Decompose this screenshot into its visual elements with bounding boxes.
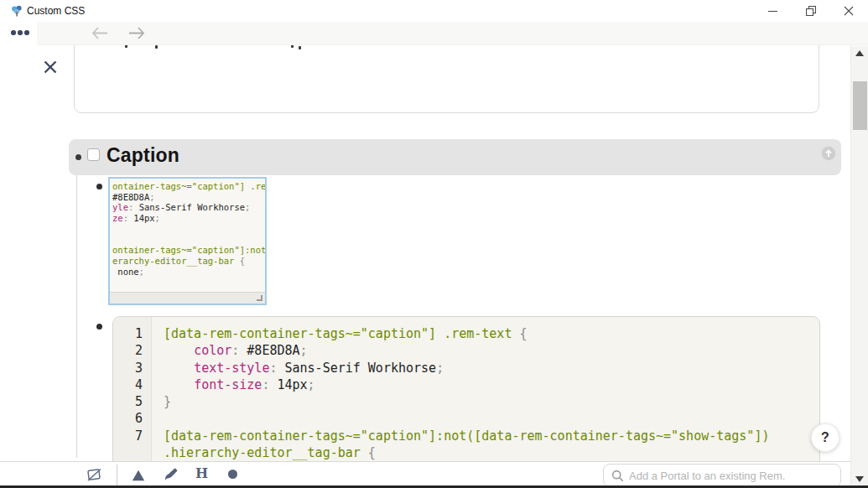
close-page-icon[interactable] xyxy=(42,59,59,75)
code-token-val: Sans-Serif Workhorse xyxy=(285,361,437,376)
code-token-val xyxy=(164,343,194,358)
scroll-down-arrow-icon[interactable] xyxy=(855,476,864,482)
window-title: Custom CSS xyxy=(27,5,85,17)
code-token-pun: ; xyxy=(149,192,154,202)
textarea-line[interactable]: none; xyxy=(112,267,265,278)
code-token-pun: : xyxy=(231,343,247,358)
line-number: 7 xyxy=(113,428,152,462)
open-rem-icon[interactable] xyxy=(821,146,836,161)
code-line-text[interactable]: color: #8E8D8A; xyxy=(152,342,819,359)
code-line-text[interactable]: [data-rem-container-tags~="caption"] .re… xyxy=(152,325,819,342)
code-line: 6 xyxy=(113,410,819,427)
line-number: 1 xyxy=(113,325,152,342)
textarea-line[interactable]: erarchy-editor__tag-bar { xyxy=(112,256,265,267)
code-token-sel: ontainer-tags~="caption"]:not([da xyxy=(112,245,267,255)
code-line: 3 text-style: Sans-Serif Workhorse; xyxy=(113,360,819,376)
hierarchy-indent-line xyxy=(76,175,77,458)
line-number: 2 xyxy=(113,342,152,359)
textarea-line[interactable]: #8E8D8A; xyxy=(112,192,265,203)
code-token-sel: [data-rem-container-tags~="caption"]:not… xyxy=(164,428,777,460)
code-line: 4 font-size: 14px; xyxy=(113,376,819,393)
code-token-pun: { xyxy=(361,445,376,460)
heading-icon[interactable]: H xyxy=(195,465,208,481)
scrollbar-thumb[interactable] xyxy=(853,81,867,130)
back-arrow-icon[interactable] xyxy=(91,26,109,40)
caption-checkbox[interactable] xyxy=(87,148,100,161)
title-bar: Custom CSS xyxy=(0,0,868,22)
code-token-pun: ; xyxy=(308,377,315,392)
css-code-block: 1[data-rem-container-tags~="caption"] .r… xyxy=(112,316,820,470)
minimize-button[interactable] xyxy=(753,0,792,22)
textarea-line[interactable] xyxy=(112,224,265,235)
close-button[interactable] xyxy=(829,0,868,22)
app-logo-icon xyxy=(11,5,23,17)
toolbar-divider xyxy=(117,465,117,485)
rem-bullet[interactable] xyxy=(96,324,102,330)
no-preview-icon[interactable] xyxy=(86,467,103,483)
line-number: 6 xyxy=(113,410,152,427)
nav-left-zone xyxy=(0,22,37,45)
code-token-val: #8E8D8A xyxy=(112,192,149,202)
search-icon xyxy=(611,470,624,482)
overflow-menu-icon[interactable] xyxy=(11,30,29,35)
code-line-text[interactable]: } xyxy=(152,393,819,410)
code-token-val xyxy=(164,377,194,392)
restore-button[interactable] xyxy=(792,0,830,22)
css-source-textarea[interactable]: ontainer-tags~="caption"] .rem-te#8E8D8A… xyxy=(108,177,267,305)
code-line-text[interactable] xyxy=(152,410,819,427)
code-token-pun: ; xyxy=(155,213,160,223)
rem-bullet[interactable] xyxy=(75,154,81,160)
mini-css-editor-content[interactable]: ontainer-tags~="caption"] .rem-te#8E8D8A… xyxy=(112,181,265,277)
code-token-sel: ontainer-tags~="caption"] .rem-te xyxy=(112,181,267,191)
code-token-prop: ze xyxy=(112,213,123,223)
nav-strip xyxy=(37,22,868,45)
code-token-pun: } xyxy=(164,394,171,409)
textarea-line[interactable]: yle: Sans-Serif Workhorse; xyxy=(112,202,265,213)
caption-section-header: Caption xyxy=(69,139,841,175)
rem-bullet[interactable] xyxy=(96,184,102,189)
code-line: 5} xyxy=(113,393,819,410)
code-line-text[interactable]: font-size: 14px; xyxy=(152,376,819,393)
portal-search-box xyxy=(603,464,841,487)
line-number: 3 xyxy=(113,360,152,376)
code-token-pun: ; xyxy=(245,202,250,212)
code-token-prop: text-style xyxy=(194,361,269,376)
code-line: 1[data-rem-container-tags~="caption"] .r… xyxy=(113,325,819,342)
code-token-val: Sans-Serif Workhorse xyxy=(139,202,245,212)
code-token-sel: erarchy-editor__tag-bar xyxy=(112,256,234,266)
bullet-icon[interactable] xyxy=(228,470,237,479)
nav-bar xyxy=(0,22,868,45)
code-token-pun: ; xyxy=(300,343,308,358)
clipped-text-fragment xyxy=(155,45,158,49)
textarea-line[interactable] xyxy=(112,235,265,246)
code-token-pun: : xyxy=(269,361,284,376)
code-token-prop: yle xyxy=(112,202,128,212)
help-button[interactable]: ? xyxy=(811,423,839,452)
portal-search-input[interactable] xyxy=(629,465,837,485)
textarea-line[interactable]: ontainer-tags~="caption"] .rem-te xyxy=(112,181,265,192)
code-line: 2 color: #8E8D8A; xyxy=(113,342,819,359)
code-token-pun: : xyxy=(128,202,139,212)
code-token-val: 14px xyxy=(277,377,307,392)
textarea-horizontal-scrollbar[interactable] xyxy=(110,292,265,304)
triangle-icon[interactable] xyxy=(132,470,145,481)
clipped-text-fragment xyxy=(299,46,301,49)
brush-icon[interactable] xyxy=(164,468,178,481)
scroll-up-arrow-icon[interactable] xyxy=(855,50,864,56)
code-token-val: #8E8D8A xyxy=(247,343,299,358)
code-token-prop: font-size xyxy=(194,377,262,392)
caption-title: Caption xyxy=(107,144,179,167)
code-token-pun: ; xyxy=(436,361,444,376)
code-token-pun: : xyxy=(123,213,134,223)
code-token-val xyxy=(164,361,194,376)
code-token-val: none xyxy=(112,267,139,277)
textarea-line[interactable]: ze: 14px; xyxy=(112,213,265,224)
code-line: 7[data-rem-container-tags~="caption"]:no… xyxy=(113,428,819,462)
forward-arrow-icon[interactable] xyxy=(127,26,146,40)
code-line-text[interactable]: [data-rem-container-tags~="caption"]:not… xyxy=(152,428,819,462)
vertical-scrollbar[interactable] xyxy=(850,46,868,488)
resize-grip-icon[interactable] xyxy=(257,295,262,301)
line-number: 4 xyxy=(113,376,152,393)
code-line-text[interactable]: text-style: Sans-Serif Workhorse; xyxy=(152,360,819,376)
textarea-line[interactable]: ontainer-tags~="caption"]:not([da xyxy=(112,245,265,256)
